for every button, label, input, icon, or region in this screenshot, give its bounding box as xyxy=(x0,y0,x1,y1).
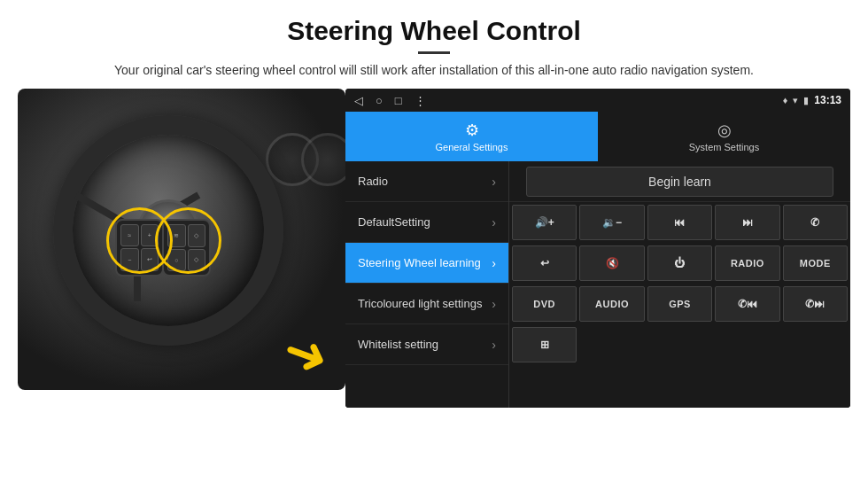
status-icons: ♦ ▾ ▮ 13:13 xyxy=(783,94,841,106)
audio-label: AUDIO xyxy=(595,299,629,309)
page-title: Steering Wheel Control xyxy=(53,16,815,46)
controls-row1: 🔊+ 🔉− ⏮ ⏭ ✆ xyxy=(509,202,850,243)
gps-button[interactable]: GPS xyxy=(647,286,712,322)
menu-chevron-tricoloured: › xyxy=(492,297,496,311)
prev-track-icon: ⏮ xyxy=(674,216,685,229)
tab-general[interactable]: ⚙ General Settings xyxy=(345,112,598,161)
menu-chevron-default: › xyxy=(492,215,496,230)
yellow-arrow-icon: ➜ xyxy=(275,322,336,386)
menu-controls: Radio › DefaultSetting › Steering Wheel … xyxy=(345,161,850,408)
controls-row3: DVD AUDIO GPS ✆⏮ ✆⏭ xyxy=(509,284,850,324)
menu-item-radio[interactable]: Radio › xyxy=(345,161,508,202)
dvd-button[interactable]: DVD xyxy=(512,286,577,322)
location-icon: ♦ xyxy=(783,95,788,105)
arrow-container: ➜ xyxy=(283,328,328,381)
menu-item-tricoloured[interactable]: Tricoloured light settings › xyxy=(345,284,508,324)
menu-item-steering-label: Steering Wheel learning xyxy=(358,256,492,269)
menu-item-steering[interactable]: Steering Wheel learning › xyxy=(345,243,508,284)
menu-item-tricoloured-label: Tricoloured light settings xyxy=(358,297,492,310)
steering-wheel-image: ≈ + − ↩ ≋ ◇ ○ ◇ ➜ xyxy=(18,89,345,390)
system-settings-icon: ◎ xyxy=(717,121,732,140)
prev-track-button[interactable]: ⏮ xyxy=(647,205,712,240)
phone-prev-icon: ✆⏮ xyxy=(738,298,757,310)
battery-icon: ▮ xyxy=(803,95,809,106)
wheel-outer: ≈ + − ↩ ≋ ◇ ○ ◇ xyxy=(53,115,283,346)
nav-menu-icon[interactable]: ⋮ xyxy=(415,94,426,107)
phone-prev-button[interactable]: ✆⏮ xyxy=(715,286,779,322)
vol-down-icon: 🔉− xyxy=(602,216,622,229)
radio-button[interactable]: RADIO xyxy=(715,245,779,281)
dvd-label: DVD xyxy=(533,299,555,309)
nav-back-icon[interactable]: ◁ xyxy=(354,94,363,107)
begin-learn-button[interactable]: Begin learn xyxy=(526,167,833,197)
phone-answer-button[interactable]: ✆ xyxy=(783,205,848,240)
mute-icon: 🔇 xyxy=(606,257,619,269)
vol-down-button[interactable]: 🔉− xyxy=(579,205,644,240)
radio-label: RADIO xyxy=(731,258,764,269)
menu-item-default[interactable]: DefaultSetting › xyxy=(345,202,508,243)
phone-next-button[interactable]: ✆⏭ xyxy=(783,286,848,322)
page-header: Steering Wheel Control Your original car… xyxy=(0,0,868,89)
right-controls: Begin learn 🔊+ 🔉− ⏮ ⏭ xyxy=(509,161,850,408)
settings-tabs: ⚙ General Settings ◎ System Settings xyxy=(345,112,850,161)
controls-row2: ↩ 🔇 ⏻ RADIO MODE xyxy=(509,243,850,284)
phone-answer-icon: ✆ xyxy=(810,216,819,229)
menu-item-radio-label: Radio xyxy=(358,175,492,188)
power-icon: ⏻ xyxy=(674,257,685,269)
nav-buttons: ◁ ○ □ ⋮ xyxy=(354,94,426,107)
mode-button[interactable]: MODE xyxy=(783,245,848,281)
menu-item-whitelist[interactable]: Whitelist setting › xyxy=(345,324,508,365)
mode-label: MODE xyxy=(800,258,831,269)
controls-row4: ⊞ xyxy=(509,324,850,365)
next-track-icon: ⏭ xyxy=(742,216,753,229)
nav-recents-icon[interactable]: □ xyxy=(395,94,402,107)
tab-system-label: System Settings xyxy=(689,142,759,152)
vol-up-icon: 🔊+ xyxy=(535,216,554,229)
menu-item-default-label: DefaultSetting xyxy=(358,215,492,229)
phone-end-icon: ↩ xyxy=(540,257,549,269)
page-subtitle: Your original car's steering wheel contr… xyxy=(53,61,815,80)
phone-end-button[interactable]: ↩ xyxy=(512,245,577,281)
status-time: 13:13 xyxy=(814,94,841,106)
wifi-icon: ▾ xyxy=(793,95,798,106)
power-button[interactable]: ⏻ xyxy=(647,245,712,281)
gps-label: GPS xyxy=(669,299,691,309)
menu-chevron-steering: › xyxy=(492,256,496,270)
general-settings-icon: ⚙ xyxy=(465,121,479,140)
extra-icon: ⊞ xyxy=(540,339,549,351)
main-content: ≈ + − ↩ ≋ ◇ ○ ◇ ➜ xyxy=(0,89,868,408)
next-track-button[interactable]: ⏭ xyxy=(715,205,779,240)
nav-home-icon[interactable]: ○ xyxy=(376,94,383,107)
extra-button[interactable]: ⊞ xyxy=(512,327,577,362)
status-bar: ◁ ○ □ ⋮ ♦ ▾ ▮ 13:13 xyxy=(345,89,850,112)
menu-chevron-whitelist: › xyxy=(492,338,496,352)
title-divider xyxy=(418,51,450,54)
tab-system[interactable]: ◎ System Settings xyxy=(598,112,850,161)
tab-general-label: General Settings xyxy=(436,142,508,152)
mute-button[interactable]: 🔇 xyxy=(579,245,644,281)
begin-learn-row: Begin learn xyxy=(509,161,850,202)
steering-wheel-area: ≈ + − ↩ ≋ ◇ ○ ◇ ➜ xyxy=(18,89,345,408)
highlight-circle-right xyxy=(155,207,221,274)
menu-item-whitelist-label: Whitelist setting xyxy=(358,338,492,351)
left-menu: Radio › DefaultSetting › Steering Wheel … xyxy=(345,161,509,408)
android-panel: ◁ ○ □ ⋮ ♦ ▾ ▮ 13:13 ⚙ General Settings ◎… xyxy=(345,89,850,408)
menu-chevron-radio: › xyxy=(492,175,496,189)
vol-up-button[interactable]: 🔊+ xyxy=(512,205,577,240)
phone-next-icon: ✆⏭ xyxy=(805,298,825,310)
audio-button[interactable]: AUDIO xyxy=(579,286,644,322)
